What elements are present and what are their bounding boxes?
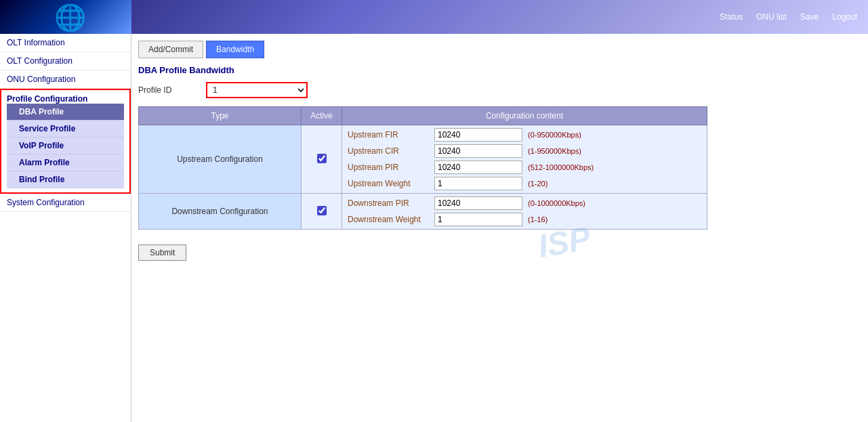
upstream-active-cell bbox=[302, 125, 342, 194]
downstream-section-label: Downstream Configuration bbox=[139, 194, 302, 230]
save-link[interactable]: Save bbox=[800, 12, 819, 22]
col-config-content: Configuration content bbox=[342, 107, 707, 125]
sidebar-item-system-configuration[interactable]: System Configuration bbox=[0, 194, 131, 212]
upstream-content-cell: Upstream FIR (0-950000Kbps) Upstream CIR… bbox=[342, 125, 707, 194]
downstream-row: Downstream Configuration Downstream PIR … bbox=[139, 194, 707, 230]
upstream-fir-range: (0-950000Kbps) bbox=[528, 131, 581, 139]
submit-button[interactable]: Submit bbox=[138, 245, 186, 261]
downstream-pir-label: Downstream PIR bbox=[348, 198, 429, 208]
top-nav: Status ONU list Save Logout bbox=[720, 12, 857, 22]
upstream-fir-row: Upstream FIR (0-950000Kbps) bbox=[348, 128, 701, 142]
sidebar-item-onu-configuration[interactable]: ONU Configuration bbox=[0, 70, 131, 89]
profile-id-select[interactable]: 1 2 3 4 5 bbox=[206, 82, 308, 98]
page-title: DBA Profile Bandwidth bbox=[138, 65, 861, 75]
upstream-pir-row: Upstream PIR (512-1000000Kbps) bbox=[348, 161, 701, 174]
profile-id-label: Profile ID bbox=[138, 85, 192, 95]
top-header: Status ONU list Save Logout bbox=[0, 0, 868, 34]
sidebar-item-olt-configuration[interactable]: OLT Configuration bbox=[0, 52, 131, 70]
main-layout: OLT Information OLT Configuration ONU Co… bbox=[0, 34, 868, 422]
sidebar-subitem-bind-profile[interactable]: Bind Profile bbox=[7, 171, 124, 188]
sidebar-item-olt-information[interactable]: OLT Information bbox=[0, 34, 131, 52]
downstream-weight-range: (1-16) bbox=[528, 215, 547, 224]
upstream-active-checkbox[interactable] bbox=[317, 154, 327, 163]
upstream-row: Upstream Configuration Upstream FIR (0-9… bbox=[139, 125, 707, 194]
upstream-fir-input[interactable] bbox=[434, 128, 522, 142]
upstream-cir-input[interactable] bbox=[434, 144, 522, 158]
upstream-pir-input[interactable] bbox=[434, 161, 522, 174]
sidebar-subitem-service-profile[interactable]: Service Profile bbox=[7, 121, 124, 138]
upstream-cir-row: Upstream CIR (1-950000Kbps) bbox=[348, 144, 701, 158]
globe-decoration bbox=[0, 0, 131, 34]
downstream-weight-input[interactable] bbox=[434, 213, 522, 226]
downstream-active-checkbox[interactable] bbox=[317, 206, 327, 215]
config-table: Type Active Configuration content Upstre… bbox=[138, 106, 707, 230]
downstream-weight-row: Downstream Weight (1-16) bbox=[348, 213, 701, 226]
upstream-weight-range: (1-20) bbox=[528, 180, 547, 188]
onu-list-link[interactable]: ONU list bbox=[756, 12, 787, 22]
upstream-cir-label: Upstream CIR bbox=[348, 146, 429, 156]
downstream-weight-label: Downstream Weight bbox=[348, 215, 429, 224]
logout-link[interactable]: Logout bbox=[832, 12, 857, 22]
col-type: Type bbox=[139, 107, 302, 125]
downstream-content-cell: Downstream PIR (0-1000000Kbps) Downstrea… bbox=[342, 194, 707, 230]
upstream-fir-label: Upstream FIR bbox=[348, 130, 429, 140]
tab-bandwidth[interactable]: Bandwidth bbox=[206, 41, 264, 58]
downstream-pir-input[interactable] bbox=[434, 196, 522, 210]
downstream-active-cell bbox=[302, 194, 342, 230]
sidebar-subitem-dba-profile[interactable]: DBA Profile bbox=[7, 104, 124, 121]
upstream-cir-range: (1-950000Kbps) bbox=[528, 147, 581, 155]
col-active: Active bbox=[302, 107, 342, 125]
upstream-pir-range: (512-1000000Kbps) bbox=[528, 163, 594, 171]
tab-bar: Add/Commit Bandwidth bbox=[138, 41, 861, 58]
sidebar: OLT Information OLT Configuration ONU Co… bbox=[0, 34, 131, 422]
upstream-section-label: Upstream Configuration bbox=[139, 125, 302, 194]
profile-id-row: Profile ID 1 2 3 4 5 bbox=[138, 82, 861, 98]
tab-add-commit[interactable]: Add/Commit bbox=[138, 41, 203, 58]
upstream-weight-input[interactable] bbox=[434, 177, 522, 190]
downstream-pir-range: (0-1000000Kbps) bbox=[528, 199, 585, 207]
status-link[interactable]: Status bbox=[720, 12, 743, 22]
main-content: ISP Add/Commit Bandwidth DBA Profile Ban… bbox=[131, 34, 868, 422]
sidebar-subitem-alarm-profile[interactable]: Alarm Profile bbox=[7, 154, 124, 171]
upstream-weight-row: Upstream Weight (1-20) bbox=[348, 177, 701, 190]
downstream-pir-row: Downstream PIR (0-1000000Kbps) bbox=[348, 196, 701, 210]
upstream-weight-label: Upstream Weight bbox=[348, 179, 429, 188]
upstream-pir-label: Upstream PIR bbox=[348, 163, 429, 172]
sidebar-profile-configuration-header[interactable]: Profile Configuration DBA Profile Servic… bbox=[0, 89, 131, 194]
sidebar-subitem-voip-profile[interactable]: VoIP Profile bbox=[7, 138, 124, 154]
